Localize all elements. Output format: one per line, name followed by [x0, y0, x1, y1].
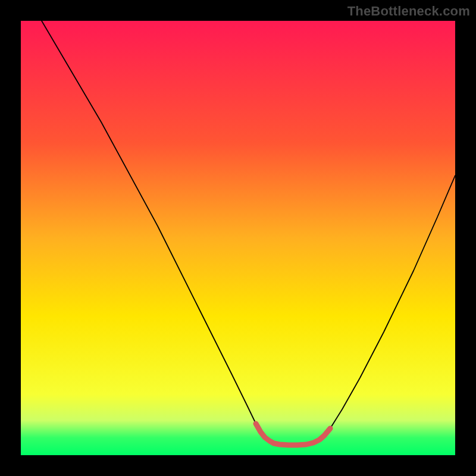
- chart-frame: TheBottleneck.com: [0, 0, 476, 476]
- red-trough-curve: [256, 424, 330, 445]
- curve-layer: [21, 21, 455, 455]
- black-curve: [42, 21, 455, 445]
- plot-area: [21, 21, 455, 455]
- watermark-text: TheBottleneck.com: [347, 4, 470, 19]
